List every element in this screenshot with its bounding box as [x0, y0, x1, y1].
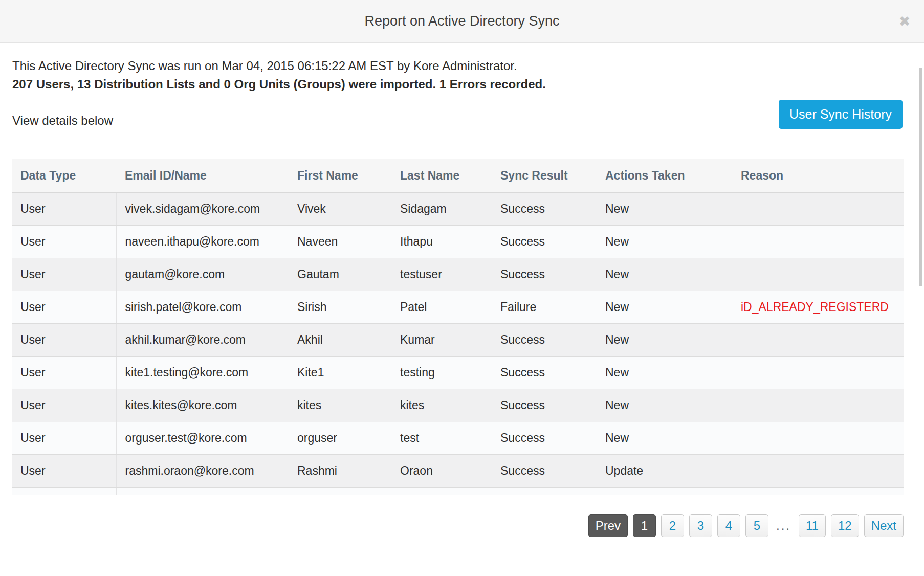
sync-run-info: This Active Directory Sync was run on Ma… [12, 57, 546, 75]
cell-actions-taken: New [597, 258, 732, 291]
cell-sync-result: Success [492, 226, 597, 258]
cell-actions-taken: New [597, 389, 732, 422]
table-body: Uservivek.sidagam@kore.comVivekSidagamSu… [12, 193, 904, 496]
cell-email: orguser.test@kore.com [116, 422, 289, 455]
cell-email: akhil.kumar@kore.com [116, 324, 289, 357]
cell-reason [732, 324, 904, 357]
prev-page-button[interactable]: Prev [588, 514, 628, 537]
sync-summary: This Active Directory Sync was run on Ma… [12, 57, 546, 94]
cell-reason [732, 226, 904, 258]
cell-last-name: Ithapu [391, 226, 492, 258]
cell-data-type: User [12, 455, 116, 488]
cell-reason: iD_ALREADY_REGISTERD [732, 291, 904, 324]
column-header-email-id-name: Email ID/Name [116, 159, 289, 193]
cell-last-name: Kumar [391, 324, 492, 357]
cell-reason [732, 455, 904, 488]
cell-empty [12, 488, 116, 496]
user-sync-history-button[interactable]: User Sync History [779, 100, 903, 129]
table-header-row: Data TypeEmail ID/NameFirst NameLast Nam… [12, 159, 904, 193]
page-button-1[interactable]: 1 [633, 514, 656, 537]
sync-import-stats: 207 Users, 13 Distribution Lists and 0 O… [12, 75, 546, 94]
page-button-5[interactable]: 5 [745, 514, 768, 537]
cell-last-name: kites [391, 389, 492, 422]
cell-last-name: Sidagam [391, 193, 492, 226]
cell-first-name: Rashmi [289, 455, 391, 488]
scrollbar-thumb[interactable] [919, 68, 922, 286]
cell-email: rashmi.oraon@kore.com [116, 455, 289, 488]
cell-first-name: Naveen [289, 226, 391, 258]
cell-first-name: Akhil [289, 324, 391, 357]
cell-data-type: User [12, 193, 116, 226]
column-header-reason: Reason [732, 159, 904, 193]
cell-actions-taken: New [597, 291, 732, 324]
cell-actions-taken: Update [597, 455, 732, 488]
table-row: Usernaveen.ithapu@kore.comNaveenIthapuSu… [12, 226, 904, 258]
cell-first-name: Sirish [289, 291, 391, 324]
cell-actions-taken: New [597, 193, 732, 226]
cell-sync-result: Success [492, 193, 597, 226]
column-header-first-name: First Name [289, 159, 391, 193]
cell-email: vivek.sidagam@kore.com [116, 193, 289, 226]
sync-results-table-wrap: Data TypeEmail ID/NameFirst NameLast Nam… [12, 159, 904, 495]
cell-first-name: kites [289, 389, 391, 422]
cell-sync-result: Failure [492, 291, 597, 324]
cell-data-type: User [12, 389, 116, 422]
page-button-12[interactable]: 12 [831, 514, 859, 537]
table-row: Usergautam@kore.comGautamtestuserSuccess… [12, 258, 904, 291]
table-row: Userakhil.kumar@kore.comAkhilKumarSucces… [12, 324, 904, 357]
table-row: Userrashmi.oraon@kore.comRashmiOraonSucc… [12, 455, 904, 488]
next-page-button[interactable]: Next [864, 514, 904, 537]
cell-actions-taken: New [597, 422, 732, 455]
cell-empty [732, 488, 904, 496]
column-header-sync-result: Sync Result [492, 159, 597, 193]
close-icon[interactable]: ✖ [895, 12, 914, 31]
cell-sync-result: Success [492, 324, 597, 357]
column-header-actions-taken: Actions Taken [597, 159, 732, 193]
cell-data-type: User [12, 226, 116, 258]
cell-reason [732, 193, 904, 226]
cell-sync-result: Success [492, 455, 597, 488]
cell-actions-taken: New [597, 357, 732, 389]
cell-sync-result: Success [492, 422, 597, 455]
cell-data-type: User [12, 258, 116, 291]
view-details-label: View details below [12, 114, 113, 128]
cell-first-name: Vivek [289, 193, 391, 226]
cell-data-type: User [12, 422, 116, 455]
cell-empty [597, 488, 732, 496]
cell-first-name: orguser [289, 422, 391, 455]
cell-email: kite1.testing@kore.com [116, 357, 289, 389]
cell-last-name: testuser [391, 258, 492, 291]
cell-reason [732, 422, 904, 455]
cell-last-name: testing [391, 357, 492, 389]
column-header-data-type: Data Type [12, 159, 116, 193]
page-button-11[interactable]: 11 [799, 514, 826, 537]
sync-results-table: Data TypeEmail ID/NameFirst NameLast Nam… [12, 159, 904, 495]
cell-email: kites.kites@kore.com [116, 389, 289, 422]
page-button-2[interactable]: 2 [661, 514, 684, 537]
page-button-4[interactable]: 4 [717, 514, 740, 537]
table-row-partial [12, 488, 904, 496]
modal-title: Report on Active Directory Sync [0, 0, 924, 42]
table-row: Userkites.kites@kore.comkiteskitesSucces… [12, 389, 904, 422]
cell-actions-taken: New [597, 324, 732, 357]
cell-empty [116, 488, 289, 496]
cell-empty [391, 488, 492, 496]
cell-email: gautam@kore.com [116, 258, 289, 291]
table-row: Userkite1.testing@kore.comKite1testingSu… [12, 357, 904, 389]
cell-sync-result: Success [492, 258, 597, 291]
column-header-last-name: Last Name [391, 159, 492, 193]
cell-last-name: test [391, 422, 492, 455]
page-button-3[interactable]: 3 [689, 514, 712, 537]
pagination-ellipsis: ... [774, 519, 794, 533]
cell-last-name: Patel [391, 291, 492, 324]
cell-sync-result: Success [492, 389, 597, 422]
cell-data-type: User [12, 324, 116, 357]
table-row: Uservivek.sidagam@kore.comVivekSidagamSu… [12, 193, 904, 226]
cell-empty [289, 488, 391, 496]
cell-reason [732, 258, 904, 291]
cell-data-type: User [12, 291, 116, 324]
cell-sync-result: Success [492, 357, 597, 389]
cell-reason [732, 357, 904, 389]
modal-header: Report on Active Directory Sync ✖ [0, 0, 924, 43]
cell-first-name: Kite1 [289, 357, 391, 389]
